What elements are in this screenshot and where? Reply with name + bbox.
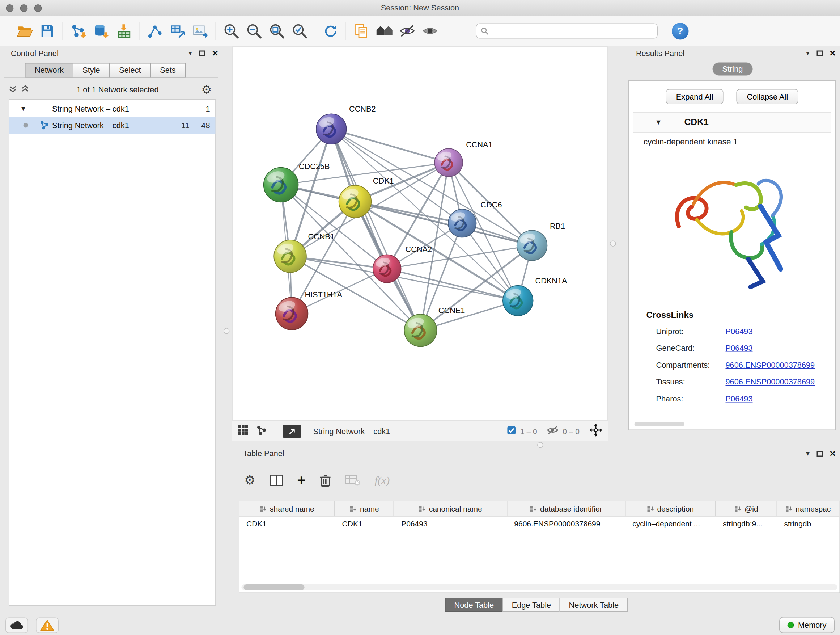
network-node-cdk1[interactable]: CDK1 — [339, 176, 394, 218]
panel-collapse-icon[interactable]: ▾ — [188, 49, 192, 58]
tab-node-table[interactable]: Node Table — [445, 598, 503, 612]
share-view-icon[interactable] — [256, 424, 267, 438]
new-network-from-table-button[interactable] — [166, 19, 189, 43]
column-header-description[interactable]: description — [625, 501, 716, 516]
warning-button[interactable] — [36, 617, 58, 633]
import-network-from-file-button[interactable] — [67, 19, 90, 43]
tab-select[interactable]: Select — [109, 63, 150, 78]
memory-button[interactable]: Memory — [779, 617, 835, 633]
panel-float-icon[interactable] — [199, 50, 205, 57]
column-header-canonical-name[interactable]: canonical name — [394, 501, 507, 516]
minimize-window-button[interactable] — [20, 4, 28, 12]
collapse-all-icon[interactable] — [9, 84, 17, 95]
crosslink-link[interactable]: P06493 — [726, 344, 753, 353]
table-settings-button[interactable]: ⚙ — [244, 473, 256, 488]
zoom-out-button[interactable] — [243, 19, 265, 43]
zoom-selected-button[interactable] — [288, 19, 311, 43]
network-collection-row[interactable]: ▼ String Network – cdk1 1 — [9, 100, 216, 117]
network-list-toolbar: 1 of 1 Network selected ⚙ — [9, 82, 216, 97]
tab-string[interactable]: String — [713, 63, 753, 76]
panel-close-icon[interactable]: × — [829, 449, 836, 458]
export-image-button[interactable] — [189, 19, 212, 43]
tab-style[interactable]: Style — [73, 63, 110, 78]
cloud-status-button[interactable] — [5, 617, 28, 633]
network-row[interactable]: String Network – cdk1 11 48 — [9, 117, 216, 134]
add-column-button[interactable]: + — [297, 474, 306, 486]
split-columns-button[interactable] — [270, 474, 283, 486]
network-node-rb1[interactable]: RB1 — [517, 222, 565, 261]
home-button[interactable] — [373, 19, 396, 43]
crosslink-link[interactable]: P06493 — [726, 394, 753, 403]
delete-column-button[interactable] — [320, 473, 332, 487]
tab-sets[interactable]: Sets — [150, 63, 186, 78]
panel-collapse-icon[interactable]: ▾ — [806, 448, 810, 458]
delete-table-button[interactable] — [346, 474, 361, 486]
network-node-ccne1[interactable]: CCNE1 — [404, 306, 465, 347]
grid-view-icon[interactable] — [238, 424, 248, 438]
splitter-handle[interactable] — [610, 241, 616, 247]
hide-graphics-details-button[interactable] — [396, 19, 418, 43]
tab-network[interactable]: Network — [25, 63, 73, 78]
network-edge[interactable] — [332, 129, 449, 163]
panel-collapse-icon[interactable]: ▾ — [806, 49, 810, 58]
selected-checkbox-icon[interactable] — [507, 425, 516, 437]
expand-all-icon[interactable] — [21, 84, 30, 95]
network-canvas[interactable]: CCNB2CCNA1CDC25BCDK1CDC6RB1CCNB1CCNA2CDK… — [232, 46, 608, 421]
open-in-window-button[interactable] — [283, 424, 302, 438]
help-button[interactable]: ? — [672, 22, 689, 40]
network-node-ccnb2[interactable]: CCNB2 — [316, 104, 376, 144]
results-horizontal-scrollbar[interactable] — [635, 422, 684, 426]
copy-style-button[interactable] — [350, 19, 373, 43]
save-session-button[interactable] — [36, 19, 58, 43]
column-header-namespac[interactable]: namespac — [777, 501, 839, 516]
network-edge[interactable] — [332, 129, 421, 330]
zoom-fit-button[interactable] — [265, 19, 288, 43]
card-collapse-caret-icon[interactable]: ▼ — [655, 118, 662, 126]
protein-card: ▼ CDK1 cyclin-dependent kinase 1 — [633, 112, 831, 424]
panel-close-icon[interactable]: × — [212, 49, 218, 57]
maximize-window-button[interactable] — [34, 4, 42, 12]
crosslink-link[interactable]: 9606.ENSP00000378699 — [726, 378, 815, 386]
collapse-all-button[interactable]: Collapse All — [737, 89, 798, 104]
search-input[interactable] — [493, 27, 653, 35]
crosslink-link[interactable]: P06493 — [726, 327, 753, 336]
hidden-eye-slash-icon[interactable] — [547, 426, 559, 437]
refresh-button[interactable] — [319, 19, 342, 43]
open-session-button[interactable] — [13, 19, 36, 43]
column-header-shared-name[interactable]: shared name — [240, 501, 335, 516]
function-builder-button[interactable]: f(x) — [375, 474, 390, 486]
eye-icon — [422, 24, 439, 38]
collection-caret-icon[interactable]: ▼ — [20, 105, 27, 112]
tab-edge-table[interactable]: Edge Table — [502, 598, 560, 612]
new-network-button[interactable] — [143, 19, 166, 43]
column-header-database-identifier[interactable]: database identifier — [507, 501, 625, 516]
network-node-ccna1[interactable]: CCNA1 — [434, 140, 493, 177]
show-graphics-details-button[interactable] — [418, 19, 441, 43]
scrollbar-thumb[interactable] — [244, 584, 305, 591]
network-edge[interactable] — [355, 202, 532, 245]
network-node-hist1h1a[interactable]: HIST1H1A — [276, 290, 343, 330]
column-header--id[interactable]: @id — [716, 501, 777, 516]
fx-icon: f(x) — [375, 474, 390, 486]
zoom-fit-icon — [268, 22, 286, 40]
splitter-handle[interactable] — [224, 328, 230, 334]
zoom-in-button[interactable] — [220, 19, 243, 43]
network-node-cdkn1a[interactable]: CDKN1A — [503, 276, 567, 316]
network-node-ccnb1[interactable]: CCNB1 — [274, 232, 335, 272]
import-network-from-database-button[interactable] — [90, 19, 112, 43]
panel-float-icon[interactable] — [816, 50, 823, 57]
close-window-button[interactable] — [6, 4, 14, 12]
cloud-icon — [9, 620, 25, 631]
column-header-name[interactable]: name — [335, 501, 394, 516]
table-row[interactable]: CDK1CDK1P064939606.ENSP00000378699cyclin… — [240, 516, 840, 532]
panel-close-icon[interactable]: × — [829, 49, 836, 57]
panel-float-icon[interactable] — [816, 450, 823, 456]
move-crosshair-icon[interactable] — [589, 424, 602, 439]
table-horizontal-scrollbar[interactable] — [242, 584, 837, 591]
tab-network-table[interactable]: Network Table — [560, 598, 628, 612]
network-options-gear-icon[interactable]: ⚙ — [202, 83, 212, 96]
expand-all-button[interactable]: Expand All — [666, 89, 723, 104]
import-table-from-file-button[interactable] — [112, 19, 135, 43]
crosslink-link[interactable]: 9606.ENSP00000378699 — [726, 361, 815, 369]
network-table-icon — [169, 22, 186, 40]
